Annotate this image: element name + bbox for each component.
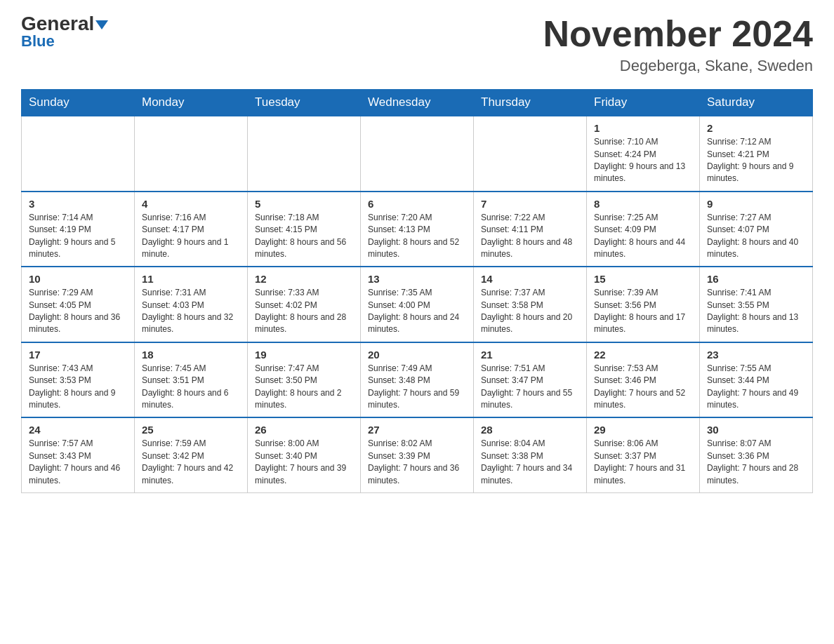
week-row-3: 17Sunrise: 7:43 AMSunset: 3:53 PMDayligh…	[22, 342, 813, 418]
calendar-cell: 4Sunrise: 7:16 AMSunset: 4:17 PMDaylight…	[135, 192, 248, 267]
calendar-cell: 27Sunrise: 8:02 AMSunset: 3:39 PMDayligh…	[361, 417, 474, 492]
day-number: 21	[481, 349, 579, 361]
calendar-cell: 28Sunrise: 8:04 AMSunset: 3:38 PMDayligh…	[474, 417, 587, 492]
day-info: Sunrise: 7:37 AMSunset: 3:58 PMDaylight:…	[481, 287, 579, 336]
calendar-cell	[22, 116, 135, 192]
col-friday: Friday	[587, 90, 700, 116]
calendar-cell	[248, 116, 361, 192]
day-info: Sunrise: 8:07 AMSunset: 3:36 PMDaylight:…	[707, 438, 805, 487]
week-row-2: 10Sunrise: 7:29 AMSunset: 4:05 PMDayligh…	[22, 267, 813, 342]
day-number: 27	[368, 424, 466, 436]
day-info: Sunrise: 7:20 AMSunset: 4:13 PMDaylight:…	[368, 212, 466, 261]
day-number: 23	[707, 349, 805, 361]
day-info: Sunrise: 7:31 AMSunset: 4:03 PMDaylight:…	[142, 287, 240, 336]
day-number: 20	[368, 349, 466, 361]
location: Degeberga, Skane, Sweden	[543, 57, 813, 75]
calendar-cell: 23Sunrise: 7:55 AMSunset: 3:44 PMDayligh…	[700, 342, 813, 418]
day-info: Sunrise: 7:47 AMSunset: 3:50 PMDaylight:…	[255, 363, 353, 412]
calendar-cell: 19Sunrise: 7:47 AMSunset: 3:50 PMDayligh…	[248, 342, 361, 418]
day-number: 6	[368, 198, 466, 210]
col-thursday: Thursday	[474, 90, 587, 116]
day-info: Sunrise: 7:51 AMSunset: 3:47 PMDaylight:…	[481, 363, 579, 412]
day-number: 17	[29, 349, 127, 361]
day-info: Sunrise: 7:57 AMSunset: 3:43 PMDaylight:…	[29, 438, 127, 487]
day-number: 1	[594, 122, 692, 134]
week-row-0: 1Sunrise: 7:10 AMSunset: 4:24 PMDaylight…	[22, 116, 813, 192]
day-number: 29	[594, 424, 692, 436]
day-info: Sunrise: 7:49 AMSunset: 3:48 PMDaylight:…	[368, 363, 466, 412]
day-info: Sunrise: 7:59 AMSunset: 3:42 PMDaylight:…	[142, 438, 240, 487]
day-info: Sunrise: 7:43 AMSunset: 3:53 PMDaylight:…	[29, 363, 127, 412]
day-info: Sunrise: 7:12 AMSunset: 4:21 PMDaylight:…	[707, 136, 805, 185]
week-row-4: 24Sunrise: 7:57 AMSunset: 3:43 PMDayligh…	[22, 417, 813, 492]
calendar-cell: 26Sunrise: 8:00 AMSunset: 3:40 PMDayligh…	[248, 417, 361, 492]
calendar-cell: 16Sunrise: 7:41 AMSunset: 3:55 PMDayligh…	[700, 267, 813, 342]
calendar-cell: 9Sunrise: 7:27 AMSunset: 4:07 PMDaylight…	[700, 192, 813, 267]
day-number: 11	[142, 273, 240, 285]
day-info: Sunrise: 7:25 AMSunset: 4:09 PMDaylight:…	[594, 212, 692, 261]
day-info: Sunrise: 7:41 AMSunset: 3:55 PMDaylight:…	[707, 287, 805, 336]
calendar-cell: 29Sunrise: 8:06 AMSunset: 3:37 PMDayligh…	[587, 417, 700, 492]
day-number: 14	[481, 273, 579, 285]
calendar-cell	[135, 116, 248, 192]
day-number: 8	[594, 198, 692, 210]
col-saturday: Saturday	[700, 90, 813, 116]
day-number: 13	[368, 273, 466, 285]
day-info: Sunrise: 7:29 AMSunset: 4:05 PMDaylight:…	[29, 287, 127, 336]
calendar-cell: 1Sunrise: 7:10 AMSunset: 4:24 PMDaylight…	[587, 116, 700, 192]
calendar-cell: 11Sunrise: 7:31 AMSunset: 4:03 PMDayligh…	[135, 267, 248, 342]
logo: General Blue	[21, 14, 108, 51]
calendar-cell: 21Sunrise: 7:51 AMSunset: 3:47 PMDayligh…	[474, 342, 587, 418]
day-info: Sunrise: 8:04 AMSunset: 3:38 PMDaylight:…	[481, 438, 579, 487]
day-info: Sunrise: 8:00 AMSunset: 3:40 PMDaylight:…	[255, 438, 353, 487]
calendar-cell	[361, 116, 474, 192]
calendar-cell: 8Sunrise: 7:25 AMSunset: 4:09 PMDaylight…	[587, 192, 700, 267]
calendar-cell: 20Sunrise: 7:49 AMSunset: 3:48 PMDayligh…	[361, 342, 474, 418]
col-wednesday: Wednesday	[361, 90, 474, 116]
day-info: Sunrise: 7:55 AMSunset: 3:44 PMDaylight:…	[707, 363, 805, 412]
col-sunday: Sunday	[22, 90, 135, 116]
day-number: 15	[594, 273, 692, 285]
col-monday: Monday	[135, 90, 248, 116]
logo-blue-text: Blue	[21, 32, 55, 51]
day-info: Sunrise: 7:27 AMSunset: 4:07 PMDaylight:…	[707, 212, 805, 261]
day-number: 25	[142, 424, 240, 436]
logo-general-text: General	[21, 14, 108, 34]
calendar-cell: 3Sunrise: 7:14 AMSunset: 4:19 PMDaylight…	[22, 192, 135, 267]
calendar-cell: 13Sunrise: 7:35 AMSunset: 4:00 PMDayligh…	[361, 267, 474, 342]
calendar-cell: 17Sunrise: 7:43 AMSunset: 3:53 PMDayligh…	[22, 342, 135, 418]
day-number: 5	[255, 198, 353, 210]
calendar-cell: 6Sunrise: 7:20 AMSunset: 4:13 PMDaylight…	[361, 192, 474, 267]
day-number: 10	[29, 273, 127, 285]
calendar-header-row: Sunday Monday Tuesday Wednesday Thursday…	[22, 90, 813, 116]
day-number: 26	[255, 424, 353, 436]
day-info: Sunrise: 7:18 AMSunset: 4:15 PMDaylight:…	[255, 212, 353, 261]
day-number: 4	[142, 198, 240, 210]
day-info: Sunrise: 7:10 AMSunset: 4:24 PMDaylight:…	[594, 136, 692, 185]
day-number: 19	[255, 349, 353, 361]
day-number: 3	[29, 198, 127, 210]
calendar-cell: 14Sunrise: 7:37 AMSunset: 3:58 PMDayligh…	[474, 267, 587, 342]
day-number: 7	[481, 198, 579, 210]
day-number: 9	[707, 198, 805, 210]
calendar-cell: 10Sunrise: 7:29 AMSunset: 4:05 PMDayligh…	[22, 267, 135, 342]
col-tuesday: Tuesday	[248, 90, 361, 116]
day-info: Sunrise: 7:53 AMSunset: 3:46 PMDaylight:…	[594, 363, 692, 412]
calendar-cell: 7Sunrise: 7:22 AMSunset: 4:11 PMDaylight…	[474, 192, 587, 267]
day-number: 16	[707, 273, 805, 285]
day-info: Sunrise: 8:02 AMSunset: 3:39 PMDaylight:…	[368, 438, 466, 487]
calendar-cell: 5Sunrise: 7:18 AMSunset: 4:15 PMDaylight…	[248, 192, 361, 267]
calendar-cell: 15Sunrise: 7:39 AMSunset: 3:56 PMDayligh…	[587, 267, 700, 342]
title-area: November 2024 Degeberga, Skane, Sweden	[543, 14, 813, 75]
day-info: Sunrise: 7:35 AMSunset: 4:00 PMDaylight:…	[368, 287, 466, 336]
day-info: Sunrise: 7:16 AMSunset: 4:17 PMDaylight:…	[142, 212, 240, 261]
day-number: 2	[707, 122, 805, 134]
day-number: 22	[594, 349, 692, 361]
day-number: 18	[142, 349, 240, 361]
calendar-cell: 2Sunrise: 7:12 AMSunset: 4:21 PMDaylight…	[700, 116, 813, 192]
week-row-1: 3Sunrise: 7:14 AMSunset: 4:19 PMDaylight…	[22, 192, 813, 267]
day-number: 12	[255, 273, 353, 285]
calendar-cell	[474, 116, 587, 192]
day-info: Sunrise: 8:06 AMSunset: 3:37 PMDaylight:…	[594, 438, 692, 487]
day-number: 28	[481, 424, 579, 436]
